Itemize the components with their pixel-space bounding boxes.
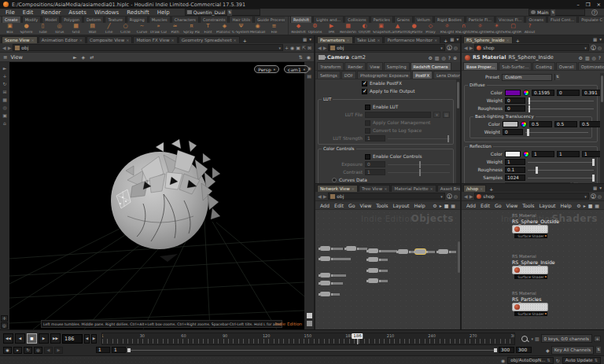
close-tab-icon[interactable]: × [506, 38, 510, 42]
viewport-tool-icon[interactable]: + [2, 73, 6, 79]
reflection-weight-field[interactable]: 1 [505, 159, 525, 165]
keyframe-options-icon[interactable]: ◉ [3, 347, 12, 354]
shelf-tool[interactable]: TFont [200, 24, 216, 35]
viewport-tool-icon[interactable]: ⊞ [2, 89, 6, 94]
shelf-tab[interactable]: Grains [394, 17, 413, 23]
path-field[interactable]: obj ▾ [13, 44, 283, 51]
network-menu-item[interactable]: Help [561, 203, 572, 208]
close-tab-icon[interactable]: × [346, 38, 349, 42]
shelf-tab[interactable]: Lights and... [313, 17, 344, 23]
curves-data-collapse-icon[interactable] [332, 178, 337, 182]
menu-item[interactable]: Edit [19, 9, 38, 16]
link-badge[interactable]: 1 [591, 45, 596, 50]
pane-menu-icon[interactable]: ▦ [303, 37, 307, 42]
network-node[interactable] [438, 249, 448, 254]
viewport-tool-icon[interactable]: ► [73, 54, 77, 60]
group-title[interactable]: Back-lighting Translucency [473, 114, 536, 119]
group-title[interactable]: LUT [322, 97, 333, 102]
scrollbar[interactable] [458, 241, 460, 273]
shelf-tool[interactable]: ▢RSLightPortal [505, 24, 521, 35]
parameter-tab[interactable]: Lens Distortion [433, 71, 460, 79]
network-node[interactable] [320, 292, 330, 296]
network-node[interactable] [398, 249, 408, 254]
chevron-down-icon[interactable]: ▾ [440, 194, 443, 199]
contrast-field[interactable]: 1 [365, 169, 385, 175]
pane-tab[interactable]: Composite View× [87, 36, 132, 43]
parameter-tab[interactable]: Settings [317, 71, 341, 79]
color-g-field[interactable]: 0.5 [554, 121, 577, 127]
close-tab-icon[interactable]: × [384, 186, 387, 191]
pane-tab[interactable]: Network View× [317, 185, 358, 192]
close-tab-icon[interactable]: × [79, 38, 83, 42]
chevron-down-icon[interactable]: ▾ [584, 46, 587, 50]
help-icon[interactable]: ? [448, 55, 451, 61]
pane-menu-icon[interactable]: ▦ [593, 37, 597, 42]
shelf-tab[interactable]: Create [2, 17, 21, 23]
layout-selector[interactable]: Main ⇅ [528, 9, 585, 16]
parameter-tab[interactable]: PostFX [412, 71, 433, 79]
color-wheel-icon[interactable] [521, 121, 527, 127]
network-menu-item[interactable]: Edit [334, 203, 344, 208]
backlight-color-swatch[interactable] [503, 121, 518, 127]
shelf-tool[interactable]: ▦RenderView [340, 24, 356, 35]
link-badge[interactable]: 1 [447, 193, 452, 199]
parameter-tab[interactable]: Base Proper... [463, 62, 498, 70]
material-node[interactable]: RS Material RS_Particles Surface Shader [512, 291, 567, 316]
menu-item[interactable]: Help [153, 9, 174, 16]
curves-data-label[interactable]: Curves Data [339, 178, 367, 182]
search-icon[interactable]: ◎ [592, 55, 596, 61]
flag-icon[interactable]: ▸ [440, 203, 442, 208]
pane-split-icon[interactable]: ▾ [309, 37, 311, 42]
pin-icon[interactable]: + [285, 45, 289, 50]
diffuse-roughness-field[interactable]: 0 [505, 105, 525, 112]
reflection-samples-slider[interactable] [528, 175, 594, 182]
network-node[interactable] [368, 257, 378, 262]
path-field[interactable]: obj ▾ [328, 44, 445, 51]
backlight-weight-field[interactable]: 0 [503, 129, 523, 135]
pane-tab[interactable]: Asset Browser× [437, 185, 460, 192]
color-b-field[interactable]: 0.5 [580, 121, 600, 127]
visibility-icon[interactable]: ◎ [1, 322, 8, 329]
shelf-tab[interactable]: Populate C... [578, 17, 602, 23]
view-tool-label[interactable]: View [10, 54, 22, 61]
pane-tab[interactable]: Performance Monitor× [384, 36, 440, 43]
gear-icon[interactable]: ⚙ [428, 55, 432, 61]
display-icon[interactable]: ■ [444, 203, 449, 208]
pane-split-icon[interactable]: ▾ [599, 186, 602, 190]
shelf-tab[interactable]: Modify [22, 17, 42, 23]
scrollbar[interactable] [600, 73, 604, 183]
key-icon[interactable]: ◆ [546, 347, 550, 353]
shelf-tab[interactable]: Oceans [525, 17, 547, 23]
diffuse-color-swatch[interactable] [505, 90, 521, 96]
layout-quad-icon[interactable] [307, 321, 312, 326]
back-icon[interactable]: ◀ [318, 45, 322, 50]
viewport-tool-icon[interactable]: ◎ [2, 105, 6, 110]
network-menu-item[interactable]: Add [466, 203, 476, 208]
close-tab-icon[interactable]: × [171, 38, 175, 42]
add-pane-tab-button[interactable]: + [241, 38, 249, 43]
viewport-tool-icon[interactable]: ◈ [82, 54, 86, 60]
shelf-tool[interactable]: ≈Path [167, 24, 183, 35]
shelf-tool[interactable]: ▲CamParms [389, 24, 406, 35]
shelf-tab[interactable]: Characters [171, 17, 199, 23]
reflection-roughness-slider[interactable] [528, 167, 594, 174]
view-options-icon[interactable]: ▤ [307, 73, 311, 79]
shelf-tool[interactable]: ◐On/Off [356, 24, 373, 35]
reflection-samples-field[interactable]: 1024 [505, 175, 525, 181]
shelf-tool[interactable]: ◈Platonic Solids [216, 24, 233, 35]
pin-icon[interactable]: ◎ [454, 193, 458, 199]
forward-icon[interactable]: ▶ [8, 45, 12, 50]
shelf-tool[interactable]: ☼RSLightIES [472, 24, 488, 35]
network-menu-item[interactable]: Help [414, 203, 425, 208]
shelf-tab[interactable]: Constraints [200, 17, 229, 23]
material-output-port[interactable]: Surface Shader [514, 311, 547, 316]
shelf-tab[interactable]: Viscous Fl... [495, 17, 525, 23]
shelf-tool[interactable]: ▦Grid [68, 24, 84, 35]
shelf-tool[interactable]: ☀RSLightSun [488, 24, 505, 35]
frame-range-slider[interactable] [127, 347, 497, 354]
color-r-field[interactable]: 0.5 [529, 121, 552, 127]
play-reverse-button[interactable]: ◀ [15, 333, 25, 344]
network-menu-item[interactable]: View [506, 203, 518, 208]
reflection-color-swatch[interactable] [505, 151, 521, 157]
shelf-tool[interactable]: ▣Box [2, 24, 18, 35]
